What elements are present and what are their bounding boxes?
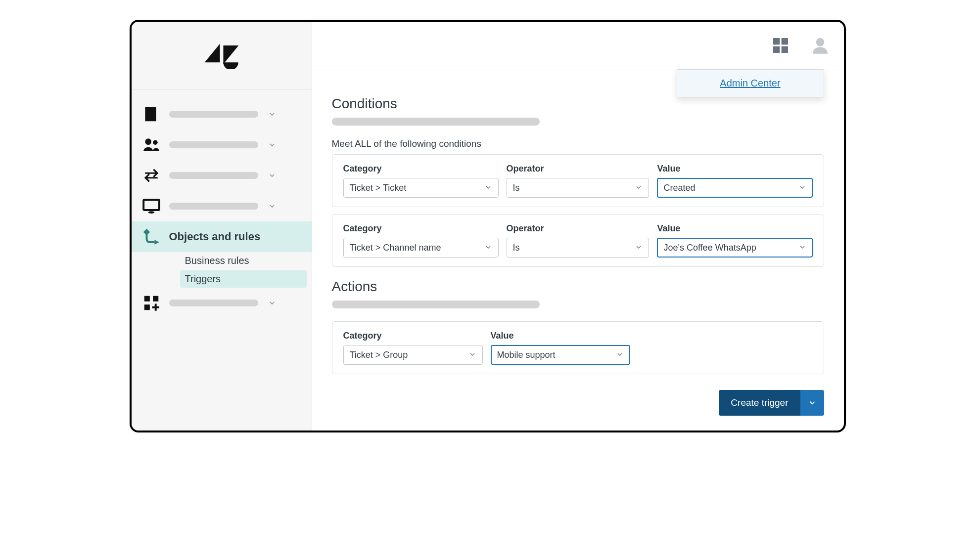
- chevron-down-icon: [616, 350, 624, 360]
- category-label: Category: [343, 164, 499, 174]
- zendesk-logo-icon: [204, 42, 239, 69]
- chevron-down-icon: [798, 243, 806, 253]
- svg-point-2: [145, 138, 151, 145]
- sidebar-placeholder: [169, 300, 258, 306]
- actions-title: Actions: [332, 279, 824, 295]
- sidebar: Objects and rules Business rules Trigger…: [132, 22, 312, 431]
- select-value: Mobile support: [497, 350, 556, 360]
- brand-logo: [132, 22, 312, 90]
- chevron-down-icon: [265, 299, 279, 307]
- chevron-down-icon: [265, 202, 279, 210]
- select-value: Joe's Coffee WhatsApp: [663, 243, 756, 253]
- top-bar: [312, 22, 844, 71]
- svg-rect-6: [143, 229, 149, 235]
- svg-rect-9: [153, 296, 158, 302]
- app-window: Objects and rules Business rules Trigger…: [130, 20, 846, 432]
- chevron-down-icon: [265, 172, 279, 179]
- sidebar-sub-business-rules[interactable]: Business rules: [132, 252, 312, 269]
- value-label: Value: [657, 164, 812, 174]
- conditions-title: Conditions: [332, 96, 824, 112]
- description-placeholder: [332, 301, 540, 308]
- sidebar-item-channels[interactable]: [132, 160, 312, 191]
- svg-rect-8: [144, 296, 149, 302]
- sidebar-item-people[interactable]: [132, 129, 312, 160]
- select-value: Ticket > Ticket: [350, 183, 407, 193]
- select-value: Ticket > Channel name: [350, 243, 441, 253]
- sidebar-placeholder: [169, 141, 258, 148]
- meet-all-label: Meet ALL of the following conditions: [332, 138, 824, 149]
- admin-center-link[interactable]: Admin Center: [720, 78, 780, 88]
- chevron-down-icon: [484, 243, 492, 253]
- condition-row: Category Ticket > Channel name Operator …: [332, 214, 824, 267]
- operator-select[interactable]: Is: [507, 238, 650, 258]
- products-dropdown: Admin Center: [677, 69, 824, 97]
- category-select[interactable]: Ticket > Ticket: [343, 178, 499, 198]
- svg-rect-4: [143, 200, 159, 210]
- main-area: Admin Center Conditions Meet ALL of the …: [312, 22, 844, 431]
- category-label: Category: [343, 223, 499, 234]
- sidebar-item-label: Objects and rules: [169, 230, 261, 243]
- sidebar-sub-triggers[interactable]: Triggers: [180, 270, 307, 288]
- sidebar-item-workspaces[interactable]: [132, 191, 312, 221]
- action-row: Category Ticket > Group Value Mobile sup…: [332, 321, 824, 374]
- category-label: Category: [343, 331, 483, 341]
- value-label: Value: [657, 223, 812, 234]
- select-value: Is: [513, 243, 520, 253]
- chevron-down-icon: [484, 183, 492, 193]
- select-value: Created: [663, 183, 695, 193]
- chevron-down-icon: [265, 110, 279, 118]
- action-category-select[interactable]: Ticket > Group: [343, 345, 483, 365]
- sidebar-subnav: Business rules Triggers: [132, 252, 312, 288]
- sidebar-placeholder: [169, 172, 258, 179]
- operator-label: Operator: [507, 223, 650, 234]
- condition-row: Category Ticket > Ticket Operator Is: [332, 154, 824, 207]
- select-value: Ticket > Group: [350, 350, 408, 360]
- svg-rect-11: [773, 38, 780, 44]
- apps-add-icon: [140, 294, 162, 312]
- svg-point-3: [153, 140, 158, 145]
- svg-point-5: [148, 211, 154, 214]
- value-select[interactable]: Created: [657, 178, 812, 198]
- sidebar-placeholder: [169, 203, 258, 210]
- value-select[interactable]: Joe's Coffee WhatsApp: [657, 238, 812, 258]
- chevron-down-icon: [635, 243, 643, 253]
- svg-marker-0: [204, 43, 220, 62]
- action-value-select[interactable]: Mobile support: [491, 345, 630, 365]
- chevron-down-icon: [635, 183, 643, 193]
- svg-marker-7: [154, 240, 159, 245]
- description-placeholder: [332, 118, 540, 126]
- sidebar-item-apps[interactable]: [132, 288, 312, 318]
- sidebar-item-account[interactable]: [132, 99, 312, 129]
- chevron-down-icon: [265, 141, 279, 149]
- people-icon: [140, 135, 162, 154]
- user-avatar-icon[interactable]: [810, 36, 830, 57]
- create-trigger-button[interactable]: Create trigger: [719, 390, 800, 416]
- category-select[interactable]: Ticket > Channel name: [343, 238, 499, 258]
- products-icon[interactable]: [771, 36, 790, 57]
- footer-actions: Create trigger: [312, 390, 844, 431]
- select-value: Is: [513, 183, 520, 193]
- sidebar-item-objects-rules[interactable]: Objects and rules: [132, 221, 312, 252]
- chevron-down-icon: [468, 350, 476, 360]
- workflow-icon: [140, 227, 162, 246]
- arrows-icon: [140, 166, 162, 185]
- svg-rect-13: [773, 46, 780, 52]
- svg-marker-1: [223, 45, 238, 64]
- sidebar-placeholder: [169, 111, 258, 118]
- value-label: Value: [491, 331, 630, 341]
- operator-label: Operator: [507, 164, 650, 174]
- building-icon: [140, 105, 162, 124]
- monitor-icon: [140, 197, 162, 215]
- create-trigger-split-button[interactable]: [800, 390, 824, 416]
- svg-rect-12: [781, 38, 788, 44]
- chevron-down-icon: [798, 183, 806, 193]
- svg-rect-14: [781, 46, 788, 52]
- sidebar-nav: Objects and rules Business rules Trigger…: [132, 90, 312, 318]
- svg-rect-10: [144, 304, 149, 310]
- content-area: Conditions Meet ALL of the following con…: [312, 71, 844, 390]
- operator-select[interactable]: Is: [507, 178, 650, 198]
- svg-point-15: [816, 38, 824, 46]
